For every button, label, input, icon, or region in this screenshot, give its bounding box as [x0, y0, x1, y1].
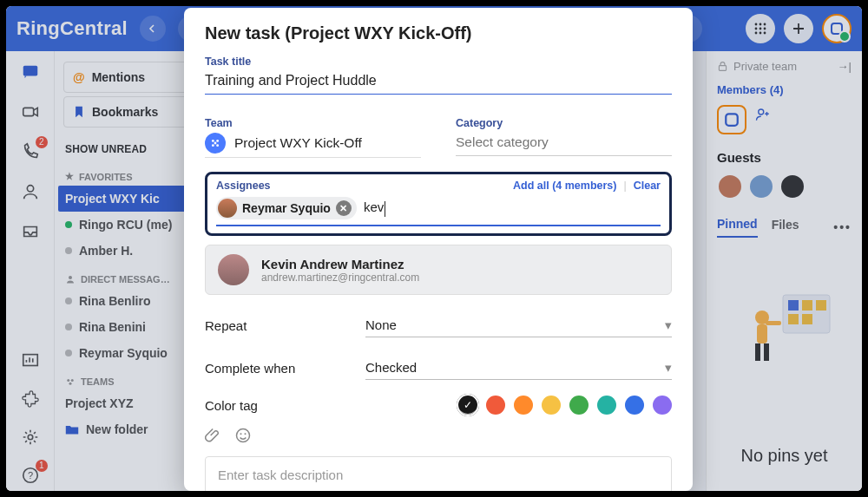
team-selector[interactable]: Project WXY Kick-Off — [205, 129, 421, 158]
text-cursor — [385, 201, 385, 217]
category-label: Category — [456, 117, 672, 129]
assignees-label: Assignees — [216, 180, 271, 192]
color-tag-label: Color tag — [205, 398, 365, 413]
complete-when-select[interactable]: Checked ▾ — [365, 356, 672, 380]
task-title-label: Task title — [205, 56, 672, 68]
assignee-suggestion[interactable]: Kevin Andrew Martinez andrew.martinez@ri… — [205, 245, 672, 295]
attach-button[interactable] — [205, 427, 222, 448]
color-swatch[interactable] — [458, 396, 477, 415]
smile-icon — [234, 427, 252, 444]
avatar — [218, 254, 249, 285]
color-swatches — [458, 396, 672, 415]
modal-title: New task (Project WXY Kick-Off) — [205, 23, 672, 43]
complete-when-label: Complete when — [205, 361, 365, 376]
team-value: Project WXY Kick-Off — [234, 135, 362, 151]
color-swatch[interactable] — [486, 396, 505, 415]
clear-link[interactable]: Clear — [634, 180, 661, 192]
description-input[interactable]: Enter task description — [205, 456, 672, 491]
assignee-input[interactable]: kev — [364, 199, 385, 216]
category-input[interactable] — [456, 129, 672, 156]
svg-point-37 — [212, 140, 214, 142]
team-icon — [205, 133, 226, 154]
svg-point-38 — [216, 140, 219, 142]
emoji-button[interactable] — [234, 427, 252, 448]
svg-point-40 — [216, 144, 219, 147]
color-swatch[interactable] — [514, 396, 533, 415]
svg-point-44 — [245, 433, 247, 435]
suggestion-name: Kevin Andrew Martinez — [261, 257, 419, 271]
suggestion-email: andrew.martinez@ringcentral.com — [261, 271, 419, 284]
svg-point-43 — [240, 433, 242, 435]
color-swatch[interactable] — [542, 396, 561, 415]
assignee-chip[interactable]: Reymar Syquio ✕ — [216, 197, 357, 219]
svg-point-39 — [212, 144, 214, 147]
svg-point-42 — [237, 429, 250, 442]
color-swatch[interactable] — [653, 396, 672, 415]
avatar — [218, 199, 237, 218]
new-task-modal: New task (Project WXY Kick-Off) Task tit… — [184, 8, 693, 491]
repeat-label: Repeat — [205, 318, 365, 333]
chevron-down-icon: ▾ — [665, 317, 672, 333]
assignee-chip-label: Reymar Syquio — [242, 201, 331, 215]
add-all-link[interactable]: Add all (4 members) — [513, 180, 616, 192]
chevron-down-icon: ▾ — [665, 360, 672, 376]
remove-chip-button[interactable]: ✕ — [336, 200, 352, 216]
color-swatch[interactable] — [597, 396, 616, 415]
svg-point-41 — [214, 142, 217, 145]
color-swatch[interactable] — [569, 396, 589, 415]
paperclip-icon — [205, 427, 222, 444]
repeat-select[interactable]: None ▾ — [365, 314, 672, 337]
team-label: Team — [205, 117, 421, 129]
color-swatch[interactable] — [625, 396, 644, 415]
task-title-input[interactable] — [205, 68, 672, 95]
